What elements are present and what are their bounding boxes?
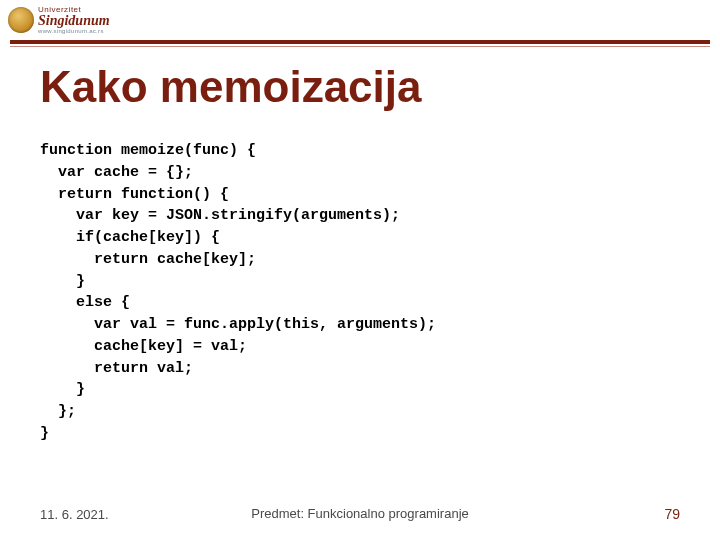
logo-text: Univerzitet Singidunum www.singidunum.ac… — [38, 6, 110, 34]
footer-page-number: 79 — [664, 506, 680, 522]
logo-subtext: www.singidunum.ac.rs — [38, 28, 110, 34]
footer-subject: Predmet: Funkcionalno programiranje — [40, 506, 680, 521]
logo-block: Univerzitet Singidunum www.singidunum.ac… — [8, 6, 110, 34]
divider-thin — [10, 46, 710, 47]
code-block: function memoize(func) { var cache = {};… — [40, 140, 680, 445]
slide-title: Kako memoizacija — [40, 62, 422, 112]
logo-name: Singidunum — [38, 14, 110, 28]
slide-footer: 11. 6. 2021. Predmet: Funkcionalno progr… — [40, 506, 680, 522]
logo-seal-icon — [8, 7, 34, 33]
divider-thick — [10, 40, 710, 44]
footer-date: 11. 6. 2021. — [40, 507, 109, 522]
